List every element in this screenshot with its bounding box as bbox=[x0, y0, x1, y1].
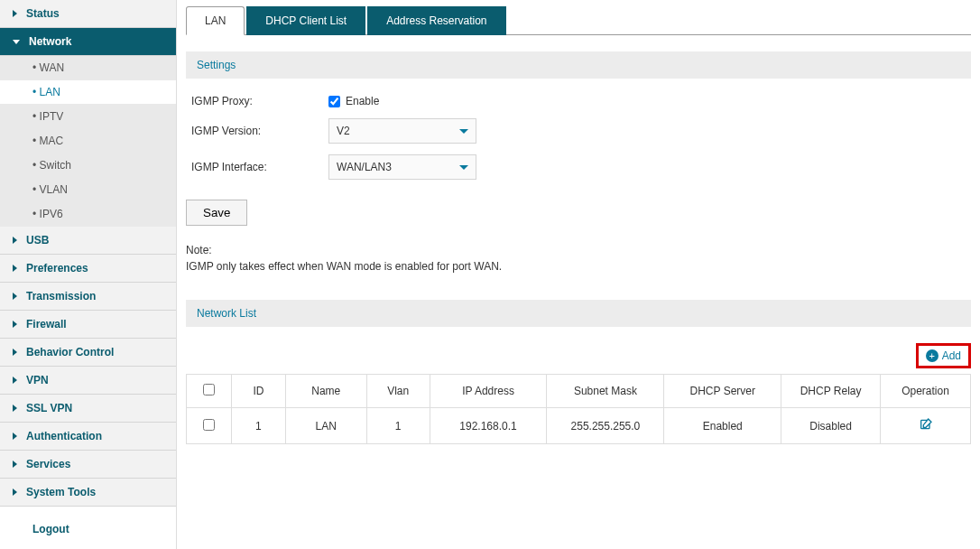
chevron-right-icon bbox=[13, 405, 17, 412]
nav-label: Preferences bbox=[26, 262, 88, 274]
igmp-proxy-label: IGMP Proxy: bbox=[186, 95, 328, 107]
igmp-interface-label: IGMP Interface: bbox=[186, 161, 328, 173]
nav-label: Authentication bbox=[26, 430, 102, 442]
igmp-version-select[interactable]: V2 bbox=[328, 118, 476, 144]
col-name: Name bbox=[285, 375, 366, 408]
cell-id: 1 bbox=[231, 408, 285, 444]
chevron-right-icon bbox=[13, 461, 17, 468]
chevron-right-icon bbox=[13, 321, 17, 328]
tab-lan[interactable]: LAN bbox=[186, 6, 245, 35]
nav-label: Network bbox=[29, 35, 71, 48]
select-all-checkbox[interactable] bbox=[203, 384, 215, 395]
network-list-header: Network List bbox=[186, 300, 971, 327]
sidebar-item-system-tools[interactable]: System Tools bbox=[0, 479, 176, 507]
nav-label: Behavior Control bbox=[26, 346, 114, 358]
save-button[interactable]: Save bbox=[186, 200, 247, 226]
tab-bar: LAN DHCP Client List Address Reservation bbox=[186, 5, 971, 35]
settings-header: Settings bbox=[186, 51, 971, 79]
chevron-right-icon bbox=[13, 489, 17, 496]
tab-dhcp-client-list[interactable]: DHCP Client List bbox=[246, 6, 365, 35]
nav-label: VPN bbox=[26, 374, 49, 386]
nav-label: SSL VPN bbox=[26, 402, 72, 414]
sidebar-item-vpn[interactable]: VPN bbox=[0, 367, 176, 395]
nav-label: Firewall bbox=[26, 318, 67, 330]
col-mask: Subnet Mask bbox=[547, 375, 664, 408]
nav-label: Services bbox=[26, 458, 70, 470]
sidebar-item-lan[interactable]: LAN bbox=[0, 80, 176, 105]
select-value: WAN/LAN3 bbox=[337, 161, 392, 173]
sidebar-item-switch[interactable]: Switch bbox=[0, 154, 176, 178]
nav-label: System Tools bbox=[26, 486, 96, 498]
sidebar-item-status[interactable]: Status bbox=[0, 0, 176, 28]
igmp-version-label: IGMP Version: bbox=[186, 125, 328, 137]
sidebar-item-authentication[interactable]: Authentication bbox=[0, 423, 176, 451]
col-operation: Operation bbox=[881, 375, 971, 408]
note-heading: Note: bbox=[186, 242, 971, 258]
plus-icon: + bbox=[926, 349, 938, 362]
nav-label: Status bbox=[26, 7, 60, 20]
sidebar-item-preferences[interactable]: Preferences bbox=[0, 255, 176, 283]
caret-down-icon bbox=[459, 129, 468, 134]
col-id: ID bbox=[231, 375, 285, 408]
sidebar-item-iptv[interactable]: IPTV bbox=[0, 105, 176, 129]
cell-operation bbox=[881, 408, 971, 444]
sidebar-item-wan[interactable]: WAN bbox=[0, 56, 176, 80]
cell-vlan: 1 bbox=[366, 408, 430, 444]
col-dhcp-relay: DHCP Relay bbox=[781, 375, 881, 408]
sidebar-item-transmission[interactable]: Transmission bbox=[0, 283, 176, 311]
sidebar-item-usb[interactable]: USB bbox=[0, 227, 176, 255]
cell-mask: 255.255.255.0 bbox=[547, 408, 664, 444]
row-checkbox[interactable] bbox=[203, 419, 215, 431]
nav-label: Transmission bbox=[26, 290, 96, 302]
note-body: IGMP only takes effect when WAN mode is … bbox=[186, 258, 971, 274]
cell-dhcp-relay: Disabled bbox=[781, 408, 881, 444]
add-label: Add bbox=[942, 349, 961, 362]
network-submenu: WAN LAN IPTV MAC Switch VLAN IPV6 bbox=[0, 56, 176, 227]
sidebar-item-network[interactable]: Network bbox=[0, 28, 176, 56]
sidebar-item-ipv6[interactable]: IPV6 bbox=[0, 202, 176, 227]
cell-name: LAN bbox=[285, 408, 366, 444]
sidebar-item-behavior-control[interactable]: Behavior Control bbox=[0, 339, 176, 367]
chevron-right-icon bbox=[13, 265, 17, 272]
network-list-table: ID Name Vlan IP Address Subnet Mask DHCP… bbox=[186, 374, 971, 444]
cell-ip: 192.168.0.1 bbox=[430, 408, 547, 444]
chevron-right-icon bbox=[13, 349, 17, 356]
chevron-right-icon bbox=[13, 293, 17, 300]
chevron-right-icon bbox=[13, 237, 17, 244]
table-header-row: ID Name Vlan IP Address Subnet Mask DHCP… bbox=[187, 375, 971, 408]
add-button[interactable]: + Add bbox=[916, 343, 971, 368]
tab-address-reservation[interactable]: Address Reservation bbox=[367, 6, 505, 35]
col-dhcp-server: DHCP Server bbox=[664, 375, 781, 408]
igmp-interface-select[interactable]: WAN/LAN3 bbox=[328, 154, 476, 180]
edit-icon[interactable] bbox=[919, 422, 933, 434]
cell-dhcp-server: Enabled bbox=[664, 408, 781, 444]
chevron-right-icon bbox=[13, 433, 17, 440]
sidebar-item-vlan[interactable]: VLAN bbox=[0, 178, 176, 202]
igmp-proxy-checkbox[interactable] bbox=[328, 96, 340, 107]
table-row: 1 LAN 1 192.168.0.1 255.255.255.0 Enable… bbox=[187, 408, 971, 444]
sidebar-item-ssl-vpn[interactable]: SSL VPN bbox=[0, 395, 176, 423]
enable-text: Enable bbox=[346, 95, 379, 107]
sidebar: Status Network WAN LAN IPTV MAC Switch V… bbox=[0, 0, 177, 549]
note-block: Note: IGMP only takes effect when WAN mo… bbox=[186, 242, 971, 274]
sidebar-item-services[interactable]: Services bbox=[0, 451, 176, 479]
select-value: V2 bbox=[337, 125, 350, 137]
nav-label: USB bbox=[26, 234, 49, 247]
caret-down-icon bbox=[459, 165, 468, 170]
col-ip: IP Address bbox=[430, 375, 547, 408]
logout-link[interactable]: Logout bbox=[0, 507, 176, 544]
sidebar-item-firewall[interactable]: Firewall bbox=[0, 311, 176, 339]
chevron-right-icon bbox=[13, 377, 17, 384]
chevron-down-icon bbox=[13, 40, 20, 44]
chevron-right-icon bbox=[13, 10, 17, 17]
sidebar-item-mac[interactable]: MAC bbox=[0, 129, 176, 154]
col-vlan: Vlan bbox=[366, 375, 430, 408]
main-content: LAN DHCP Client List Address Reservation… bbox=[177, 0, 980, 549]
